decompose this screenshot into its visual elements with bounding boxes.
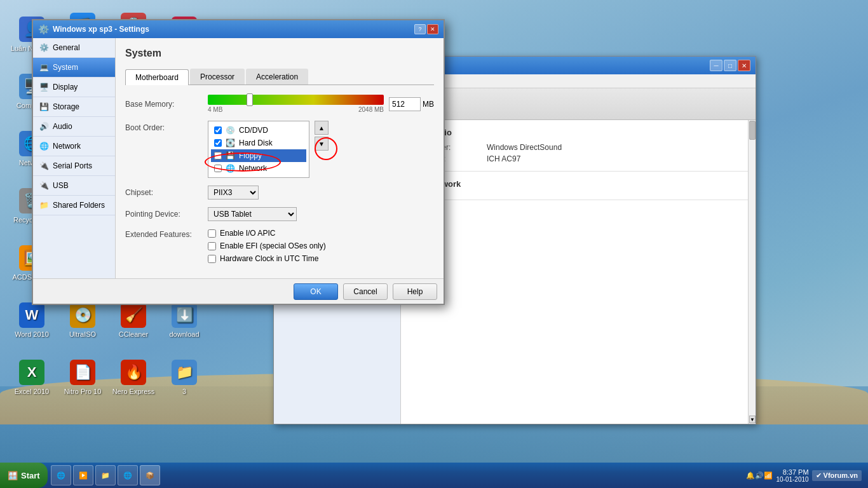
taskbar-wmp[interactable]: ▶️: [73, 465, 93, 485]
tray-icons: 🔔🔊📶: [746, 471, 773, 480]
network-section: 🌐 Network: [401, 172, 756, 200]
settings-dialog-title: Windows xp sp3 - Settings: [53, 25, 414, 34]
settings-nav-usb[interactable]: 🔌 USB: [33, 176, 115, 196]
vbox-minimize-btn[interactable]: ─: [710, 60, 722, 71]
settings-dialog: ⚙️ Windows xp sp3 - Settings ? ✕ ⚙️ Gene…: [32, 19, 445, 305]
settings-nav-serial[interactable]: 🔌 Serial Ports: [33, 156, 115, 176]
efi-checkbox[interactable]: [208, 242, 216, 250]
base-memory-label: Base Memory:: [125, 100, 208, 109]
settings-help-footer-btn[interactable]: Help: [393, 283, 437, 300]
vbox-maximize-btn[interactable]: □: [724, 60, 736, 71]
floppy-icon: 💾: [226, 151, 235, 160]
settings-nav-audio[interactable]: 🔊 Audio: [33, 117, 115, 137]
vbox-window-controls: ─ □ ✕: [710, 60, 750, 71]
tab-motherboard[interactable]: Motherboard: [125, 69, 189, 85]
ioapic-checkbox[interactable]: [208, 229, 216, 238]
boot-cddvd-checkbox[interactable]: [214, 126, 222, 134]
chipset-select[interactable]: PIIX3: [208, 186, 259, 200]
extended-features-row: Extended Features: Enable I/O APIC Enabl…: [125, 229, 434, 267]
pointing-device-label: Pointing Device:: [125, 210, 208, 219]
audio-nav-icon: 🔊: [39, 122, 49, 131]
settings-nav-system[interactable]: 💻 System: [33, 58, 115, 78]
boot-item-cddvd: 💿 CD/DVD: [211, 124, 306, 137]
memory-unit-label: MB: [423, 100, 434, 109]
settings-close-btn[interactable]: ✕: [427, 24, 438, 34]
memory-value-input[interactable]: [389, 97, 421, 111]
serial-icon: 🔌: [39, 161, 49, 170]
memory-slider-thumb[interactable]: [247, 93, 253, 106]
extended-features-label: Extended Features:: [125, 229, 208, 239]
settings-nav-general[interactable]: ⚙️ General: [33, 38, 115, 58]
vbox-vm-details: 🔊 Audio Host Driver: Windows DirectSound…: [401, 120, 756, 424]
shared-icon: 📁: [39, 201, 49, 210]
vbox-taskbar-icon: 📦: [146, 471, 154, 480]
settings-tab-bar: Motherboard Processor Acceleration: [125, 69, 434, 85]
boot-floppy-checkbox[interactable]: [214, 152, 222, 159]
settings-section-title: System: [125, 48, 434, 59]
boot-order-label: Boot Order:: [125, 121, 208, 132]
taskbar-ie[interactable]: 🌐: [51, 465, 71, 485]
vforum-badge: ✔ Vforum.vn: [812, 470, 862, 481]
settings-body: ⚙️ General 💻 System 🖥️ Display 💾 Storage…: [33, 38, 444, 278]
taskbar-chrome[interactable]: 🌐: [118, 465, 138, 485]
utc-row: Hardware Clock in UTC Time: [208, 254, 326, 263]
display-icon: 🖥️: [39, 83, 49, 92]
start-button[interactable]: 🪟 Start: [0, 463, 48, 488]
settings-footer: OK Cancel Help: [33, 278, 444, 304]
settings-help-btn[interactable]: ?: [414, 24, 426, 34]
settings-nav-display[interactable]: 🖥️ Display: [33, 78, 115, 97]
base-memory-row: Base Memory: 4 MB 2048 MB MB: [125, 95, 434, 113]
memory-slider[interactable]: [208, 95, 384, 105]
taskbar: 🪟 Start 🌐 ▶️ 📁 🌐 📦 🔔🔊📶 8:37 PM 10-01-201…: [0, 463, 868, 488]
memory-min-label: 4 MB: [208, 106, 222, 113]
taskbar-explorer[interactable]: 📁: [95, 465, 116, 485]
chrome-taskbar-icon: 🌐: [123, 471, 132, 480]
usb-icon: 🔌: [39, 181, 49, 190]
settings-nav-network[interactable]: 🌐 Network: [33, 137, 115, 156]
tab-processor[interactable]: Processor: [190, 69, 245, 85]
boot-order-list: 💿 CD/DVD 💽 Hard Disk 💾 Floppy: [208, 121, 309, 178]
settings-nav-storage[interactable]: 💾 Storage: [33, 97, 115, 117]
boot-order-arrows: ▲ ▼: [315, 121, 329, 151]
taskbar-virtualbox[interactable]: 📦: [140, 465, 160, 485]
taskbar-items: 🌐 ▶️ 📁 🌐 📦: [48, 465, 740, 485]
settings-main-content: System Motherboard Processor Acceleratio…: [116, 38, 444, 278]
utc-checkbox[interactable]: [208, 255, 216, 263]
desktop-icon-nitro[interactable]: 📄 Nitro Pro 10: [57, 349, 108, 407]
boot-network-checkbox[interactable]: [214, 165, 222, 172]
settings-ok-btn[interactable]: OK: [294, 283, 338, 300]
audio-section: 🔊 Audio Host Driver: Windows DirectSound…: [401, 120, 756, 172]
vbox-scrollbar[interactable]: ▼: [748, 120, 756, 424]
efi-row: Enable EFI (special OSes only): [208, 241, 326, 250]
memory-max-label: 2048 MB: [358, 106, 384, 113]
pointing-device-select[interactable]: USB Tablet: [208, 207, 297, 221]
general-icon: ⚙️: [39, 43, 49, 52]
boot-item-floppy: 💾 Floppy: [211, 149, 306, 162]
desktop-icon-3[interactable]: 📁 3: [159, 349, 210, 407]
tab-acceleration[interactable]: Acceleration: [246, 69, 308, 85]
settings-nav-shared[interactable]: 📁 Shared Folders: [33, 196, 115, 215]
settings-dialog-icon: ⚙️: [38, 24, 49, 34]
desktop-icon-nero[interactable]: 🔥 Nero Express: [108, 349, 159, 407]
cddvd-icon: 💿: [226, 126, 235, 135]
vbox-close-btn[interactable]: ✕: [738, 60, 750, 71]
windows-logo: 🪟: [8, 471, 18, 480]
settings-cancel-btn[interactable]: Cancel: [343, 283, 388, 300]
ie-icon: 🌐: [57, 471, 65, 480]
wmp-icon: ▶️: [79, 471, 88, 480]
tray-time: 8:37 PM: [776, 468, 808, 476]
boot-item-harddisk: 💽 Hard Disk: [211, 137, 306, 149]
scrollbar-thumb[interactable]: [749, 121, 756, 140]
system-tray: 🔔🔊📶 8:37 PM 10-01-2010 ✔ Vforum.vn: [740, 468, 868, 483]
boot-item-network: 🌐 Network: [211, 162, 306, 175]
tray-date: 10-01-2010: [776, 476, 808, 483]
settings-sidebar: ⚙️ General 💻 System 🖥️ Display 💾 Storage…: [33, 38, 116, 278]
system-icon: 💻: [39, 63, 49, 72]
settings-window-controls: ? ✕: [414, 24, 438, 34]
boot-move-down-btn[interactable]: ▼: [315, 137, 329, 151]
storage-icon: 💾: [39, 102, 49, 111]
boot-harddisk-checkbox[interactable]: [214, 139, 222, 147]
desktop-icon-excel[interactable]: X Excel 2010: [6, 349, 57, 407]
scroll-down-arrow[interactable]: ▼: [749, 416, 756, 423]
boot-move-up-btn[interactable]: ▲: [315, 121, 329, 135]
